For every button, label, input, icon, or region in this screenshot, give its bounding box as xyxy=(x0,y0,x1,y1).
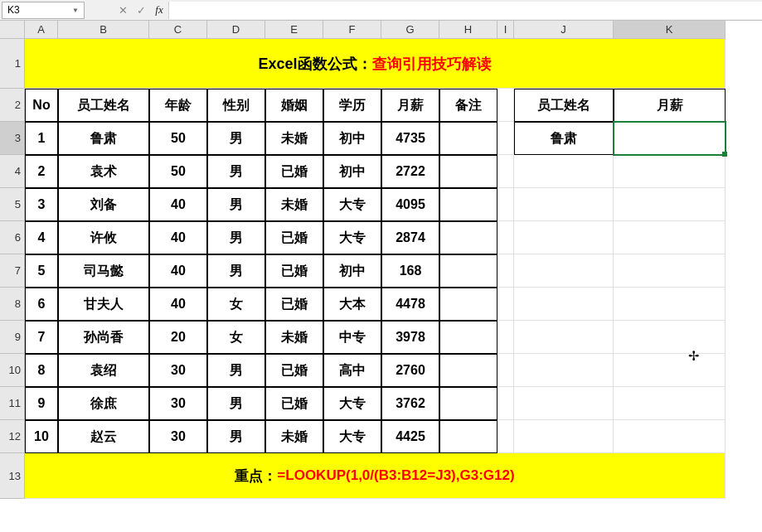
cell-marital-11[interactable]: 已婚 xyxy=(265,387,323,420)
cell-remark-8[interactable] xyxy=(439,288,497,321)
cell-gender-10[interactable]: 男 xyxy=(207,354,265,387)
cell-no-9[interactable]: 7 xyxy=(25,321,58,354)
cell-edu-12[interactable]: 大专 xyxy=(323,420,381,453)
cell-remark-9[interactable] xyxy=(439,321,497,354)
cell-K12[interactable] xyxy=(614,420,726,453)
name-box[interactable]: K3 ▼ xyxy=(2,2,85,19)
cell-no-7[interactable]: 5 xyxy=(25,254,58,288)
cell-name-12[interactable]: 赵云 xyxy=(58,420,149,453)
cell-K10[interactable] xyxy=(614,354,726,387)
cell-J4[interactable] xyxy=(514,155,614,188)
cell-I7[interactable] xyxy=(497,254,514,288)
cell-J5[interactable] xyxy=(514,188,614,221)
cell-age-5[interactable]: 40 xyxy=(149,188,207,221)
lookup-header-salary[interactable]: 月薪 xyxy=(614,89,726,122)
cell-name-9[interactable]: 孙尚香 xyxy=(58,321,149,354)
row-header-4[interactable]: 4 xyxy=(0,155,25,188)
col-header-H[interactable]: H xyxy=(439,21,497,39)
col-header-D[interactable]: D xyxy=(207,21,265,39)
cell-remark-5[interactable] xyxy=(439,188,497,221)
cell-salary-4[interactable]: 2722 xyxy=(381,155,439,188)
fx-button[interactable]: fx xyxy=(150,1,168,19)
cell-edu-7[interactable]: 初中 xyxy=(323,254,381,288)
header-salary[interactable]: 月薪 xyxy=(381,89,439,122)
cell-edu-6[interactable]: 大专 xyxy=(323,221,381,254)
row-header-11[interactable]: 11 xyxy=(0,387,25,420)
cell-I12[interactable] xyxy=(497,420,514,453)
cell-marital-6[interactable]: 已婚 xyxy=(265,221,323,254)
header-name[interactable]: 员工姓名 xyxy=(58,89,149,122)
cell-salary-3[interactable]: 4735 xyxy=(381,122,439,155)
cell-marital-12[interactable]: 未婚 xyxy=(265,420,323,453)
cell-gender-8[interactable]: 女 xyxy=(207,288,265,321)
cell-no-3[interactable]: 1 xyxy=(25,122,58,155)
cell-J6[interactable] xyxy=(514,221,614,254)
cell-remark-6[interactable] xyxy=(439,221,497,254)
row-header-1[interactable]: 1 xyxy=(0,39,25,89)
cell-no-4[interactable]: 2 xyxy=(25,155,58,188)
cell-gender-11[interactable]: 男 xyxy=(207,387,265,420)
cell-no-11[interactable]: 9 xyxy=(25,387,58,420)
header-marital[interactable]: 婚姻 xyxy=(265,89,323,122)
cell-name-8[interactable]: 甘夫人 xyxy=(58,288,149,321)
cell-marital-4[interactable]: 已婚 xyxy=(265,155,323,188)
row-header-8[interactable]: 8 xyxy=(0,288,25,321)
header-gender[interactable]: 性别 xyxy=(207,89,265,122)
header-remark[interactable]: 备注 xyxy=(439,89,497,122)
cell-name-11[interactable]: 徐庶 xyxy=(58,387,149,420)
cell-name-6[interactable]: 许攸 xyxy=(58,221,149,254)
cell-age-7[interactable]: 40 xyxy=(149,254,207,288)
header-no[interactable]: No xyxy=(25,89,58,122)
cell-marital-10[interactable]: 已婚 xyxy=(265,354,323,387)
cell-gender-5[interactable]: 男 xyxy=(207,188,265,221)
footer-cell[interactable]: 重点：=LOOKUP(1,0/(B3:B12=J3),G3:G12) xyxy=(25,453,726,499)
cell-no-8[interactable]: 6 xyxy=(25,288,58,321)
row-header-10[interactable]: 10 xyxy=(0,354,25,387)
cell-J12[interactable] xyxy=(514,420,614,453)
cell-salary-6[interactable]: 2874 xyxy=(381,221,439,254)
cell-gender-3[interactable]: 男 xyxy=(207,122,265,155)
cell-no-10[interactable]: 8 xyxy=(25,354,58,387)
cell-gender-6[interactable]: 男 xyxy=(207,221,265,254)
cell-J8[interactable] xyxy=(514,288,614,321)
title-cell[interactable]: Excel函数公式：查询引用技巧解读 xyxy=(25,39,726,89)
cell-remark-3[interactable] xyxy=(439,122,497,155)
cell-no-5[interactable]: 3 xyxy=(25,188,58,221)
col-header-I[interactable]: I xyxy=(497,21,514,39)
confirm-button[interactable]: ✓ xyxy=(132,1,150,19)
cell-K5[interactable] xyxy=(614,188,726,221)
cell-I11[interactable] xyxy=(497,387,514,420)
header-age[interactable]: 年龄 xyxy=(149,89,207,122)
cell-salary-12[interactable]: 4425 xyxy=(381,420,439,453)
cell-marital-3[interactable]: 未婚 xyxy=(265,122,323,155)
cell-age-12[interactable]: 30 xyxy=(149,420,207,453)
cell-salary-7[interactable]: 168 xyxy=(381,254,439,288)
cell-I8[interactable] xyxy=(497,288,514,321)
cell-K11[interactable] xyxy=(614,387,726,420)
row-header-6[interactable]: 6 xyxy=(0,221,25,254)
col-header-A[interactable]: A xyxy=(25,21,58,39)
cell-I3[interactable] xyxy=(497,122,514,155)
cell-edu-8[interactable]: 大本 xyxy=(323,288,381,321)
col-header-J[interactable]: J xyxy=(514,21,614,39)
cell-marital-7[interactable]: 已婚 xyxy=(265,254,323,288)
cell-salary-9[interactable]: 3978 xyxy=(381,321,439,354)
cell-name-4[interactable]: 袁术 xyxy=(58,155,149,188)
cell-I5[interactable] xyxy=(497,188,514,221)
cell-J7[interactable] xyxy=(514,254,614,288)
cell-edu-5[interactable]: 大专 xyxy=(323,188,381,221)
cell-K8[interactable] xyxy=(614,288,726,321)
cell-I4[interactable] xyxy=(497,155,514,188)
cell-I2[interactable] xyxy=(497,89,514,122)
row-header-3[interactable]: 3 xyxy=(0,122,25,155)
cell-gender-12[interactable]: 男 xyxy=(207,420,265,453)
cell-edu-4[interactable]: 初中 xyxy=(323,155,381,188)
col-header-C[interactable]: C xyxy=(149,21,207,39)
cell-gender-9[interactable]: 女 xyxy=(207,321,265,354)
cell-remark-7[interactable] xyxy=(439,254,497,288)
cell-age-11[interactable]: 30 xyxy=(149,387,207,420)
cell-marital-5[interactable]: 未婚 xyxy=(265,188,323,221)
cell-K4[interactable] xyxy=(614,155,726,188)
cell-J9[interactable] xyxy=(514,321,614,354)
col-header-K[interactable]: K xyxy=(614,21,726,39)
